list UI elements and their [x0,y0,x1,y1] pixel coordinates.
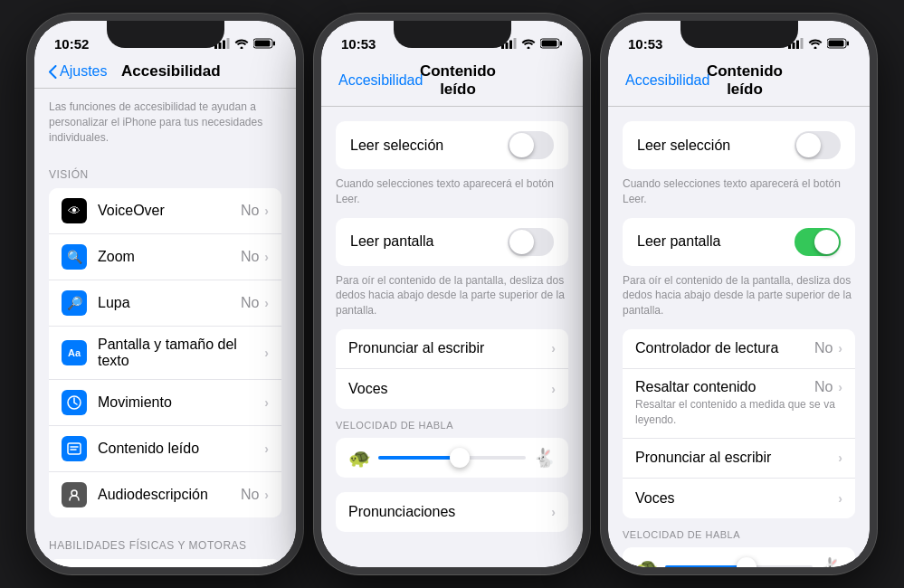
leer-pantalla-toggle[interactable] [508,228,554,256]
leer-pantalla-group: Leer pantalla [336,218,568,266]
nav-back-1[interactable]: Ajustes [49,63,121,80]
svg-rect-5 [273,42,275,46]
leer-seleccion-desc-3: Cuando selecciones texto aparecerá el bo… [608,173,870,214]
slider-fast-icon-3: 🐇 [820,556,842,567]
slider-track-3[interactable] [665,565,813,567]
phone-2: 10:53 [314,14,590,574]
leer-group-3: Leer selección [623,121,855,169]
list-item[interactable]: Pronunciaciones › [336,492,568,532]
speed-slider-section: VELOCIDAD DE HABLA 🐢 🐇 [321,413,583,488]
chevron-icon: › [551,382,556,396]
status-icons-2 [501,38,563,49]
battery-icon-2 [540,38,563,49]
svg-rect-35 [796,41,799,50]
nav-bar-1: Ajustes Accesibilidad [34,59,296,89]
list-item[interactable]: Audiodescripción No › [49,472,281,517]
nav-bar-2: Accesibilidad Contenido leído [321,59,583,107]
chevron-icon: › [264,250,269,264]
leer-pantalla-toggle-3[interactable] [795,228,841,256]
wifi-icon-3 [808,38,823,49]
svg-rect-6 [255,41,271,47]
phone-3-notch [680,21,798,48]
slider-slow-icon: 🐢 [348,447,371,469]
svg-rect-29 [514,38,517,49]
phone-3-screen: 10:53 [608,21,870,567]
speed-slider-label: VELOCIDAD DE HABLA [336,420,568,431]
phone-2-screen: 10:53 [321,21,583,567]
phone-1: 10:52 [27,14,303,574]
chevron-icon: › [551,341,556,356]
screen-content-2: Leer selección Cuando selecciones texto … [321,107,583,567]
phone-2-notch [394,21,511,48]
list-item[interactable]: Pronunciar al escribir › [623,439,855,479]
leer-pantalla-desc: Para oír el contenido de la pantalla, de… [321,270,583,326]
slider-slow-icon-3: 🐢 [635,556,658,567]
list-item[interactable]: Tocar › [49,559,281,567]
list-item[interactable]: Movimiento › [49,380,281,426]
leer-seleccion-toggle[interactable] [508,131,554,159]
section-header-vision: VISIÓN [34,150,296,185]
contenido-icon [62,436,87,461]
list-item[interactable]: Aa Pantalla y tamaño del texto › [49,327,281,380]
nav-back-3[interactable]: Accesibilidad [623,72,707,89]
chevron-icon: › [551,505,556,519]
slider-row: 🐢 🐇 [348,447,556,469]
time-3: 10:53 [628,36,662,52]
list-item[interactable]: Voces › [623,479,855,518]
slider-fast-icon: 🐇 [533,447,556,469]
status-icons-3 [788,38,850,49]
pronunciaciones-group: Pronunciaciones › [336,492,568,532]
lupa-icon: 🔎 [62,290,87,316]
extra-group-3: Controlador de lectura No › Resaltar con… [623,329,855,518]
svg-rect-2 [223,41,225,50]
battery-icon-3 [827,38,850,49]
leer-pantalla-row-3[interactable]: Leer pantalla [623,218,855,266]
svg-rect-27 [506,43,509,49]
svg-rect-32 [542,41,557,47]
slider-track[interactable] [378,456,526,460]
phone-1-notch [107,21,224,48]
list-item[interactable]: 👁 VoiceOver No › [49,188,281,234]
svg-rect-34 [793,43,795,49]
svg-rect-28 [509,41,512,50]
leer-seleccion-row-3[interactable]: Leer selección [623,121,855,169]
section-header-physical: HABILIDADES FÍSICAS Y MOTORAS [34,521,296,555]
phone-1-screen: 10:52 [34,21,296,567]
nav-bar-3: Accesibilidad Contenido leído [608,59,870,107]
page-title-1: Accesibilidad [121,62,221,81]
list-item[interactable]: Voces › [336,369,568,409]
page-title-2: Contenido leído [420,62,496,99]
slider-row-3: 🐢 🐇 [635,556,842,567]
list-item[interactable]: Pronunciar al escribir › [336,329,568,369]
list-item[interactable]: 🔍 Zoom No › [49,234,281,280]
chevron-icon: › [264,488,269,502]
chevron-icon: › [838,450,842,465]
svg-point-9 [71,490,77,496]
leer-seleccion-toggle-3[interactable] [795,131,841,159]
nav-back-2[interactable]: Accesibilidad [336,72,420,89]
leer-pantalla-row[interactable]: Leer pantalla [336,218,568,266]
accessibility-desc: Las funciones de accesibilidad te ayudan… [34,89,296,150]
speed-slider-section-3: VELOCIDAD DE HABLA 🐢 🐇 [608,522,870,567]
list-item[interactable]: 🔎 Lupa No › [49,280,281,327]
chevron-icon: › [264,204,269,218]
screen-content-3: Leer selección Cuando selecciones texto … [608,107,870,567]
speed-slider-label-3: VELOCIDAD DE HABLA [623,529,855,540]
list-item[interactable]: Contenido leído › [49,426,281,472]
physical-list: Tocar › Face ID y atención › [49,559,281,567]
list-item[interactable]: Controlador de lectura No › [623,329,855,369]
battery-icon-1 [253,38,276,49]
leer-seleccion-row[interactable]: Leer selección [336,121,568,169]
leer-pantalla-group-3: Leer pantalla [623,218,855,266]
svg-rect-31 [560,42,562,46]
zoom-icon: 🔍 [62,244,87,270]
svg-rect-36 [801,38,804,49]
page-title-3: Contenido leído [707,62,783,99]
leer-seleccion-desc: Cuando selecciones texto aparecerá el bo… [321,173,583,214]
leer-pantalla-desc-3: Para oír el contenido de la pantalla, de… [608,270,870,326]
chevron-icon: › [838,341,842,356]
svg-rect-39 [829,41,844,47]
back-chevron-1 [49,65,57,79]
list-item[interactable]: Resaltar contenido No › Resaltar el cont… [623,369,855,439]
audio-icon [62,482,87,507]
